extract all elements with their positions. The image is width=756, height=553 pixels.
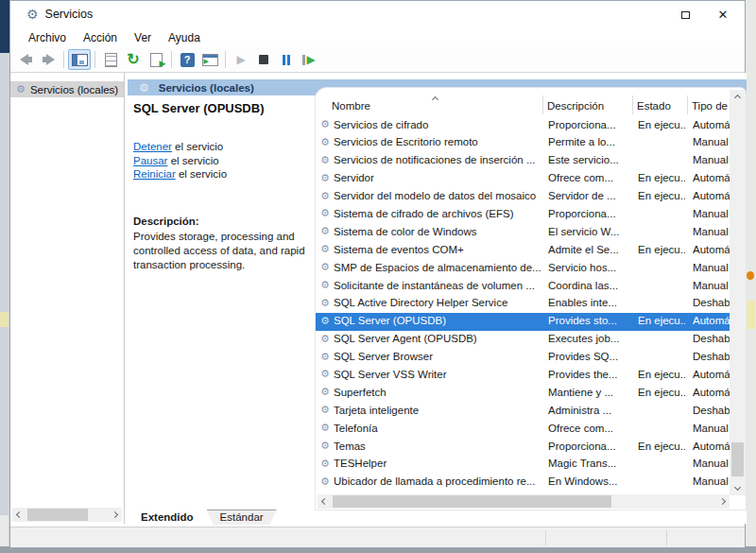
scroll-right-icon[interactable] <box>715 494 730 509</box>
service-cell-tipo: Manual <box>693 208 730 219</box>
scrollbar-thumb[interactable] <box>27 509 88 521</box>
maximize-button[interactable] <box>675 7 696 23</box>
statusbar-separator <box>545 530 546 545</box>
scrollbar-thumb[interactable] <box>333 495 611 508</box>
service-cell-name: Servidor del modelo de datos del mosaico <box>334 190 541 201</box>
service-cell-tipo: Manual <box>693 458 730 469</box>
menu-ayuda[interactable]: Ayuda <box>160 29 209 46</box>
action-line: Pausar el servicio <box>133 154 309 168</box>
service-actions: Detener el servicio Pausar el servicio R… <box>133 140 309 181</box>
service-row[interactable]: ⚙SMP de Espacios de almacenamiento de...… <box>316 259 730 277</box>
scroll-left-icon[interactable] <box>12 508 26 522</box>
service-row[interactable]: ⚙SQL Server (OPUSDB)Provides sto...En ej… <box>316 313 730 331</box>
maximize-icon <box>681 11 690 19</box>
properties-button[interactable] <box>99 49 122 70</box>
list-vertical-scrollbar[interactable] <box>730 90 746 495</box>
service-gear-icon: ⚙ <box>320 458 330 470</box>
close-icon: ✕ <box>718 8 729 22</box>
service-cell-name: Sistema de cifrado de archivos (EFS) <box>334 208 541 219</box>
scrollbar-thumb[interactable] <box>731 442 744 476</box>
pause-service-link[interactable]: Pausar <box>133 155 167 166</box>
tree-item-servicios-locales[interactable]: ⚙ Servicios (locales) <box>10 81 124 97</box>
service-row[interactable]: ⚙Servicios de notificaciones de inserció… <box>316 152 730 170</box>
column-header-tipo[interactable]: Tipo de <box>692 100 728 112</box>
description-label: Descripción: <box>133 216 309 227</box>
service-cell-name: Superfetch <box>334 387 541 398</box>
scroll-left-icon[interactable] <box>318 494 332 509</box>
start-service-button[interactable]: ▶ <box>230 49 252 70</box>
service-cell-tipo: Automá <box>693 244 730 255</box>
service-cell-name: SQL Server Browser <box>334 351 541 362</box>
service-gear-icon: ⚙ <box>320 279 330 291</box>
column-separator[interactable] <box>632 95 633 114</box>
service-row[interactable]: ⚙SQL Server VSS WriterProvides the...En … <box>316 366 730 384</box>
service-gear-icon: ⚙ <box>320 475 330 488</box>
stop-service-link[interactable]: Detener <box>133 141 172 152</box>
service-cell-tipo: Manual <box>693 280 730 291</box>
tab-estandar[interactable]: Estándar <box>207 510 277 525</box>
refresh-button[interactable]: ↻ <box>122 49 145 70</box>
column-separator[interactable] <box>542 95 543 114</box>
service-row[interactable]: ⚙Servidor del modelo de datos del mosaic… <box>316 188 730 206</box>
service-row[interactable]: ⚙Ubicador de llamada a procedimiento re.… <box>316 474 730 492</box>
service-row[interactable]: ⚙Tarjeta inteligenteAdministra ...Deshab <box>316 402 730 420</box>
service-gear-icon: ⚙ <box>320 315 330 327</box>
close-button[interactable]: ✕ <box>713 7 733 23</box>
service-cell-desc: Ofrece com... <box>548 172 629 183</box>
action-line: Reiniciar el servicio <box>133 167 309 181</box>
service-row[interactable]: ⚙TESHelperMagic Trans...Manual <box>316 456 730 474</box>
service-row[interactable]: ⚙Servicios de Escritorio remotoPermite a… <box>316 134 730 152</box>
action-pane-button[interactable] <box>198 49 221 70</box>
export-list-button[interactable] <box>145 49 167 70</box>
list-horizontal-scrollbar[interactable] <box>318 494 730 509</box>
menu-archivo[interactable]: Archivo <box>20 29 75 46</box>
service-row[interactable]: ⚙Sistema de cifrado de archivos (EFS)Pro… <box>316 205 730 223</box>
menu-accion[interactable]: Acción <box>75 29 126 46</box>
restart-service-button[interactable]: ▶ <box>298 49 320 70</box>
menu-ver[interactable]: Ver <box>126 29 160 46</box>
service-row[interactable]: ⚙SQL Active Directory Helper ServiceEnab… <box>316 295 730 313</box>
tab-extendido[interactable]: Extendido <box>128 510 207 525</box>
service-cell-desc: Proporciona... <box>548 208 629 219</box>
scroll-up-icon[interactable] <box>730 91 745 105</box>
restart-service-link[interactable]: Reiniciar <box>133 168 176 180</box>
column-separator[interactable] <box>687 95 688 114</box>
service-row[interactable]: ⚙SuperfetchMantiene y ...En ejecu...Auto… <box>316 384 730 402</box>
sort-ascending-icon <box>433 92 438 105</box>
list-header: Nombre Descripción Estado Tipo de <box>316 88 730 116</box>
scroll-down-icon[interactable] <box>730 480 745 494</box>
service-row[interactable]: ⚙Sistema de color de WindowsEl servicio … <box>316 223 730 241</box>
back-arrow-icon <box>26 57 32 62</box>
pause-service-button[interactable] <box>275 49 298 70</box>
column-header-nombre[interactable]: Nombre <box>332 100 370 112</box>
column-header-estado[interactable]: Estado <box>637 100 671 112</box>
scroll-right-icon[interactable] <box>108 508 122 522</box>
service-row[interactable]: ⚙Servicios de cifradoProporciona...En ej… <box>316 116 730 134</box>
stop-service-button[interactable] <box>252 49 275 70</box>
service-cell-desc: Proporciona... <box>548 441 629 452</box>
menu-bar: Archivo Acción Ver Ayuda <box>10 27 745 47</box>
column-header-descripcion[interactable]: Descripción <box>547 100 604 112</box>
service-rows: ⚙Servicios de cifradoProporciona...En ej… <box>316 116 730 492</box>
content-header-label: Servicios (locales) <box>159 82 254 94</box>
show-console-tree-button[interactable] <box>68 49 91 70</box>
service-gear-icon: ⚙ <box>320 297 330 309</box>
tree-horizontal-scrollbar[interactable] <box>12 508 122 522</box>
service-cell-tipo: Manual <box>693 423 730 434</box>
service-cell-name: Servicios de Escritorio remoto <box>334 136 541 147</box>
forward-arrow-icon <box>46 54 55 65</box>
service-row[interactable]: ⚙ServidorOfrece com...En ejecu...Automá <box>316 170 730 188</box>
export-list-icon <box>150 53 163 67</box>
service-row[interactable]: ⚙SQL Server BrowserProvides SQ...Deshab <box>316 349 730 367</box>
forward-button[interactable] <box>37 49 60 70</box>
service-cell-est: En ejecu... <box>638 387 685 398</box>
service-cell-name: SQL Server VSS Writer <box>334 369 541 380</box>
action-suffix: el servicio <box>176 168 227 180</box>
back-button[interactable] <box>14 49 37 70</box>
service-row[interactable]: ⚙SQL Server Agent (OPUSDB)Executes job..… <box>316 331 730 349</box>
service-row[interactable]: ⚙Sistema de eventos COM+Admite el Se...E… <box>316 241 730 259</box>
service-row[interactable]: ⚙TelefoníaOfrece com...Manual <box>316 420 730 438</box>
service-row[interactable]: ⚙Solicitante de instantáneas de volumen … <box>316 277 730 295</box>
help-button[interactable]: ? <box>176 49 198 70</box>
service-row[interactable]: ⚙TemasProporciona...En ejecu...Automá <box>316 438 730 456</box>
